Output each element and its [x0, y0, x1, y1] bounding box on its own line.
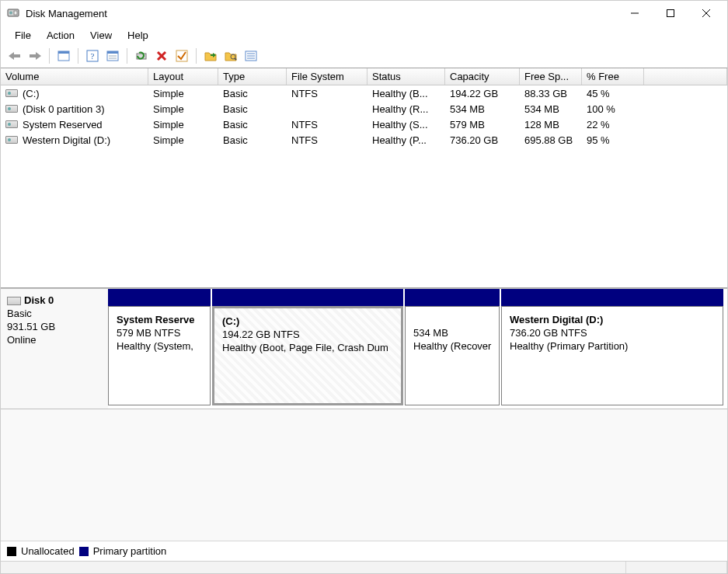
nav-back-icon[interactable]	[5, 47, 24, 65]
partition-status: Healthy (Primary Partition)	[510, 339, 715, 353]
partition-body[interactable]: Western Digital (D:)736.20 GB NTFSHealth…	[501, 306, 723, 405]
nav-forward-icon[interactable]	[26, 47, 44, 65]
partition-size: 736.20 GB NTFS	[510, 326, 715, 339]
col-free-space[interactable]: Free Sp...	[520, 68, 582, 85]
volume-row[interactable]: (C:)SimpleBasicNTFSHealthy (B...194.22 G…	[1, 85, 727, 101]
open-folder-icon[interactable]	[201, 47, 220, 65]
volume-capacity: 579 MB	[445, 119, 520, 130]
delete-icon[interactable]	[152, 47, 171, 65]
volume-row[interactable]: Western Digital (D:)SimpleBasicNTFSHealt…	[1, 132, 727, 148]
col-percent-free[interactable]: % Free	[582, 68, 644, 85]
col-layout[interactable]: Layout	[148, 68, 218, 85]
menu-file[interactable]: File	[7, 28, 39, 43]
menu-view[interactable]: View	[82, 28, 120, 43]
col-volume[interactable]: Volume	[1, 68, 148, 85]
toolbar-sep	[78, 48, 78, 64]
svg-rect-10	[58, 51, 69, 54]
volume-status: Healthy (P...	[367, 134, 445, 146]
disk-icon	[7, 297, 21, 305]
window-title: Disk Management	[26, 8, 107, 19]
volume-header-row: Volume Layout Type File System Status Ca…	[1, 68, 727, 85]
volume-free: 128 MB	[520, 119, 582, 130]
partition-title: (C:)	[222, 315, 393, 328]
drive-icon	[5, 105, 18, 113]
col-filesystem[interactable]: File System	[287, 68, 367, 85]
volume-rows[interactable]: (C:)SimpleBasicNTFSHealthy (B...194.22 G…	[1, 85, 727, 287]
title-bar: Disk Management	[1, 1, 727, 26]
volume-free: 695.88 GB	[520, 134, 582, 146]
volume-type: Basic	[218, 88, 287, 99]
svg-rect-2	[14, 11, 17, 15]
partition-body[interactable]: System Reserve579 MB NTFSHealthy (System…	[108, 306, 211, 405]
legend-unallocated-label: Unallocated	[21, 545, 75, 557]
toolbar: ?	[1, 44, 727, 68]
col-type[interactable]: Type	[218, 68, 287, 85]
svg-point-1	[9, 12, 12, 15]
col-status[interactable]: Status	[367, 68, 445, 85]
disk-state: Online	[7, 333, 102, 346]
help-icon[interactable]: ?	[83, 47, 102, 65]
volume-row[interactable]: System ReservedSimpleBasicNTFSHealthy (S…	[1, 117, 727, 132]
volume-fs: NTFS	[287, 134, 367, 146]
drive-icon	[5, 136, 18, 144]
volume-pct: 100 %	[582, 103, 644, 115]
partition[interactable]: (C:)194.22 GB NTFSHealthy (Boot, Page Fi…	[212, 289, 403, 405]
refresh-icon[interactable]	[132, 47, 151, 65]
volume-capacity: 194.22 GB	[445, 88, 520, 99]
volume-list: Volume Layout Type File System Status Ca…	[1, 68, 727, 288]
partition-status: Healthy (Recover	[413, 339, 491, 353]
partition[interactable]: Western Digital (D:)736.20 GB NTFSHealth…	[501, 289, 723, 405]
volume-status: Healthy (R...	[367, 103, 445, 115]
menu-action[interactable]: Action	[39, 28, 82, 43]
maximize-button[interactable]	[653, 2, 688, 25]
volume-capacity: 736.20 GB	[445, 134, 520, 146]
partition-color-bar	[212, 289, 403, 306]
drive-icon	[5, 89, 18, 97]
properties-icon[interactable]	[103, 47, 122, 65]
close-button[interactable]	[688, 2, 724, 25]
col-capacity[interactable]: Capacity	[445, 68, 520, 85]
status-bar	[1, 561, 727, 573]
toolbar-sep	[196, 48, 197, 64]
partition-size: 534 MB	[413, 326, 491, 339]
partition-color-bar	[405, 289, 500, 306]
disk-header[interactable]: Disk 0 Basic 931.51 GB Online	[1, 289, 108, 409]
partition-body[interactable]: (C:)194.22 GB NTFSHealthy (Boot, Page Fi…	[212, 306, 403, 405]
menu-help[interactable]: Help	[120, 28, 156, 43]
partition-title: System Reserve	[117, 313, 202, 326]
volume-name: (C:)	[23, 88, 40, 99]
volume-name: (Disk 0 partition 3)	[23, 103, 104, 115]
list-view-icon[interactable]	[242, 47, 260, 65]
partition-body[interactable]: 534 MBHealthy (Recover	[405, 306, 500, 405]
partition[interactable]: System Reserve579 MB NTFSHealthy (System…	[108, 289, 211, 405]
toolbar-sep	[127, 48, 127, 64]
volume-layout: Simple	[148, 88, 218, 99]
disk-type: Basic	[7, 307, 102, 320]
bottom-panel: Unallocated Primary partition	[1, 409, 727, 561]
volume-free: 534 MB	[520, 103, 582, 115]
legend-primary-swatch	[79, 547, 89, 556]
partition-title: Western Digital (D:)	[510, 313, 715, 326]
search-folder-icon[interactable]	[221, 47, 240, 65]
svg-marker-7	[9, 52, 20, 60]
toolbar-sep	[49, 48, 50, 64]
volume-layout: Simple	[148, 119, 218, 130]
volume-row[interactable]: (Disk 0 partition 3)SimpleBasicHealthy (…	[1, 101, 727, 117]
volume-type: Basic	[218, 119, 287, 130]
svg-text:?: ?	[91, 51, 95, 61]
check-icon[interactable]	[172, 47, 191, 65]
volume-free: 88.33 GB	[520, 88, 582, 99]
volume-status: Healthy (S...	[367, 119, 445, 130]
partition-size: 579 MB NTFS	[117, 326, 202, 339]
volume-status: Healthy (B...	[367, 88, 445, 99]
disk-name: Disk 0	[24, 294, 54, 306]
partition[interactable]: 534 MBHealthy (Recover	[405, 289, 500, 405]
svg-line-23	[235, 58, 236, 60]
svg-rect-4	[667, 10, 674, 17]
volume-name: System Reserved	[23, 119, 103, 130]
show-hide-console-icon[interactable]	[54, 47, 73, 65]
partition-strip: System Reserve579 MB NTFSHealthy (System…	[108, 289, 727, 409]
volume-fs: NTFS	[287, 88, 367, 99]
volume-type: Basic	[218, 134, 287, 146]
minimize-button[interactable]	[617, 2, 653, 25]
